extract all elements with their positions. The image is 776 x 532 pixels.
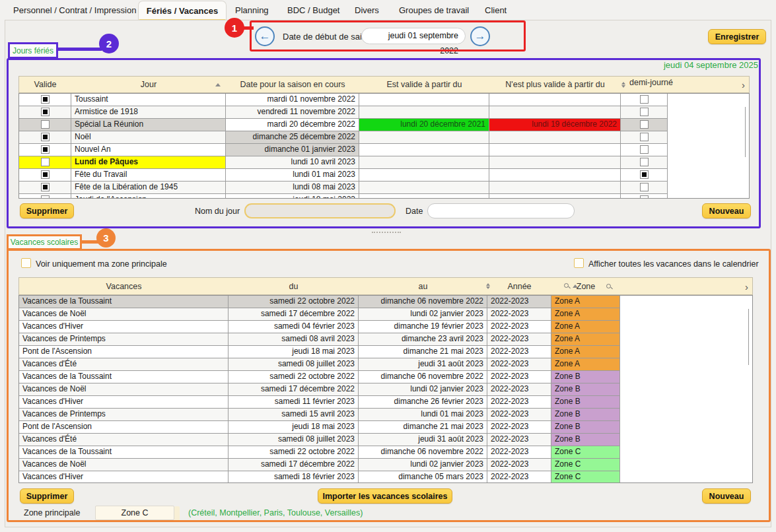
next-season-button[interactable]: →	[470, 26, 490, 46]
half-day-checkbox[interactable]	[640, 133, 649, 141]
holidays-col-jour[interactable]: Jour	[71, 77, 226, 92]
valid-checkbox[interactable]	[41, 108, 50, 116]
vacation-row[interactable]: Pont de l'Ascensionjeudi 18 mai 2023dima…	[19, 421, 752, 434]
holiday-valid-cell[interactable]	[19, 94, 71, 106]
holiday-valid-cell[interactable]	[19, 156, 71, 169]
vacation-year-cell[interactable]: 2022-2023	[487, 321, 551, 333]
previous-season-button[interactable]: ←	[255, 26, 275, 46]
vacation-from-cell[interactable]: samedi 17 décembre 2022	[229, 308, 359, 321]
vacation-name-cell[interactable]: Vacances d'Hiver	[19, 396, 229, 409]
holiday-valid-from-cell[interactable]	[359, 194, 489, 199]
half-day-checkbox[interactable]	[640, 108, 649, 116]
holidays-scrollbar[interactable]	[745, 107, 746, 157]
vacation-row[interactable]: Vacances de la Toussaintsamedi 22 octobr…	[19, 446, 752, 459]
vacation-name-cell[interactable]: Vacances de Printemps	[19, 333, 229, 346]
vacations-new-button[interactable]: Nouveau	[702, 488, 751, 504]
vacation-from-cell[interactable]: jeudi 18 mai 2023	[229, 346, 359, 358]
holiday-row[interactable]: Armistice de 1918vendredi 11 novembre 20…	[19, 106, 749, 119]
valid-checkbox[interactable]	[41, 158, 50, 166]
vacation-name-cell[interactable]: Vacances de Noël	[19, 383, 229, 396]
tab-bdc-budget[interactable]: BDC / Budget	[287, 5, 340, 15]
holidays-col-valide-apartir[interactable]: Est valide à partir du	[359, 77, 489, 92]
half-day-checkbox[interactable]	[640, 183, 649, 191]
vacation-to-cell[interactable]: dimanche 23 avril 2023	[359, 333, 487, 346]
vacation-name-cell[interactable]: Vacances d'Hiver	[19, 471, 229, 483]
holiday-valid-from-cell[interactable]: lundi 20 décembre 2021	[359, 119, 489, 131]
vacation-year-cell[interactable]: 2022-2023	[487, 396, 551, 409]
vacation-zone-cell[interactable]: Zone B	[551, 383, 620, 396]
holidays-delete-button[interactable]: Supprimer	[20, 203, 74, 218]
vacation-from-cell[interactable]: samedi 08 juillet 2023	[229, 434, 359, 446]
scroll-right-chevron-icon[interactable]: ›	[745, 281, 748, 292]
holiday-name-cell[interactable]: Jeudi de l'Ascension	[71, 194, 226, 199]
holiday-name-cell[interactable]: Toussaint	[71, 94, 226, 106]
vacation-zone-cell[interactable]: Zone C	[551, 459, 620, 471]
holiday-season-date-cell[interactable]: jeudi 18 mai 2023	[226, 194, 359, 199]
vacation-from-cell[interactable]: samedi 22 octobre 2022	[229, 446, 359, 459]
vacation-from-cell[interactable]: samedi 11 février 2023	[229, 396, 359, 409]
vacation-row[interactable]: Vacances d'Étésamedi 08 juillet 2023jeud…	[19, 434, 752, 446]
day-date-input[interactable]	[427, 203, 575, 218]
vacation-from-cell[interactable]: samedi 22 octobre 2022	[229, 296, 359, 308]
holiday-valid-from-cell[interactable]	[359, 131, 489, 144]
holiday-invalid-from-cell[interactable]	[489, 144, 621, 156]
vacation-zone-cell[interactable]: Zone C	[551, 446, 620, 459]
holiday-valid-cell[interactable]	[19, 144, 71, 156]
holiday-valid-from-cell[interactable]	[359, 144, 489, 156]
vacation-row[interactable]: Vacances de Noëlsamedi 17 décembre 2022l…	[19, 308, 752, 321]
vacation-name-cell[interactable]: Vacances de la Toussaint	[19, 296, 229, 308]
holiday-invalid-from-cell[interactable]: lundi 19 décembre 2022	[489, 119, 621, 131]
vacation-from-cell[interactable]: samedi 08 juillet 2023	[229, 358, 359, 371]
vacation-to-cell[interactable]: jeudi 31 août 2023	[359, 434, 487, 446]
vacation-to-cell[interactable]: dimanche 05 mars 2023	[359, 471, 487, 483]
vacation-year-cell[interactable]: 2022-2023	[487, 471, 551, 483]
holiday-valid-cell[interactable]	[19, 194, 71, 199]
show-all-vacations-checkbox[interactable]	[574, 258, 584, 268]
holiday-valid-cell[interactable]	[19, 106, 71, 119]
half-day-checkbox[interactable]	[640, 170, 649, 179]
splitter-grip[interactable]	[372, 232, 401, 233]
vacations-col-vacances[interactable]: Vacances	[19, 278, 229, 294]
holiday-row[interactable]: Lundi de Pâqueslundi 10 avril 2023	[19, 156, 749, 169]
holiday-season-date-cell[interactable]: lundi 08 mai 2023	[226, 182, 359, 194]
day-name-input[interactable]	[244, 203, 396, 218]
valid-checkbox[interactable]	[41, 145, 50, 154]
holiday-season-date-cell[interactable]: mardi 01 novembre 2022	[226, 94, 359, 106]
holiday-half-day-cell[interactable]	[621, 94, 668, 106]
holiday-half-day-cell[interactable]	[621, 131, 668, 144]
vacations-col-zone[interactable]: Zone	[551, 278, 620, 294]
vacation-to-cell[interactable]: lundi 02 janvier 2023	[359, 308, 487, 321]
holiday-half-day-cell[interactable]	[621, 144, 668, 156]
vacations-delete-button[interactable]: Supprimer	[20, 488, 74, 504]
vacation-zone-cell[interactable]: Zone B	[551, 409, 620, 421]
holiday-valid-cell[interactable]	[19, 131, 71, 144]
holiday-invalid-from-cell[interactable]	[489, 182, 621, 194]
vacation-name-cell[interactable]: Vacances d'Hiver	[19, 321, 229, 333]
holidays-col-valide[interactable]: Valide	[19, 77, 71, 92]
vacation-to-cell[interactable]: lundi 01 mai 2023	[359, 409, 487, 421]
holiday-name-cell[interactable]: Nouvel An	[71, 144, 226, 156]
holiday-half-day-cell[interactable]	[621, 119, 668, 131]
tab-feries-vacances[interactable]: Fériés / Vacances	[138, 1, 227, 20]
holiday-name-cell[interactable]: Armistice de 1918	[71, 106, 226, 119]
vacation-from-cell[interactable]: samedi 18 février 2023	[229, 471, 359, 483]
valid-checkbox[interactable]	[41, 95, 50, 104]
holiday-half-day-cell[interactable]	[621, 169, 668, 182]
main-zone-input[interactable]: Zone C	[95, 506, 174, 520]
holiday-half-day-cell[interactable]	[621, 106, 668, 119]
vacation-year-cell[interactable]: 2022-2023	[487, 371, 551, 383]
half-day-checkbox[interactable]	[640, 120, 649, 129]
vacation-zone-cell[interactable]: Zone A	[551, 333, 620, 346]
vacation-zone-cell[interactable]: Zone B	[551, 421, 620, 434]
vacation-to-cell[interactable]: dimanche 06 novembre 2022	[359, 371, 487, 383]
valid-checkbox[interactable]	[41, 170, 50, 179]
vacation-name-cell[interactable]: Vacances de la Toussaint	[19, 371, 229, 383]
vacation-row[interactable]: Vacances de Printempssamedi 08 avril 202…	[19, 333, 752, 346]
holiday-name-cell[interactable]: Fête de la Libération de 1945	[71, 182, 226, 194]
holiday-invalid-from-cell[interactable]	[489, 131, 621, 144]
vacation-zone-cell[interactable]: Zone A	[551, 321, 620, 333]
holiday-season-date-cell[interactable]: dimanche 01 janvier 2023	[226, 144, 359, 156]
vacation-year-cell[interactable]: 2022-2023	[487, 459, 551, 471]
vacation-name-cell[interactable]: Vacances de Printemps	[19, 409, 229, 421]
tab-divers[interactable]: Divers	[355, 5, 379, 15]
